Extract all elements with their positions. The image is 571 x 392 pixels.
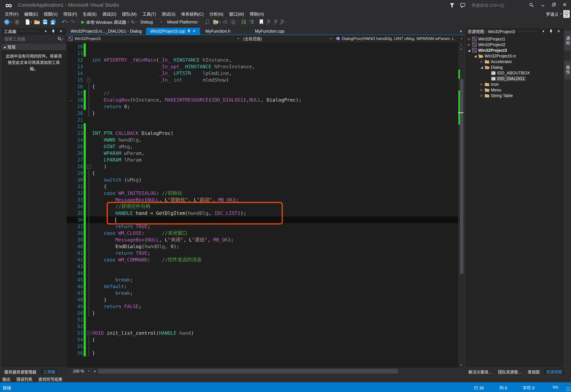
menu-item-w[interactable]: 窗口(W): [226, 10, 247, 18]
code-line-43[interactable]: 43: [66, 263, 458, 270]
tree-item-idd-dialog1[interactable]: IDD_DIALOG1: [465, 76, 564, 82]
code-line-41[interactable]: 41 return TRUE;: [66, 250, 458, 256]
dock-tab-team-explorer[interactable]: 团队资源管...: [495, 368, 524, 375]
resize-grip[interactable]: [566, 387, 570, 391]
minimize-button[interactable]: [538, 1, 548, 9]
code-line-33[interactable]: 33 MessageBox(NULL, L"初始化", L"启动", MB_OK…: [66, 196, 458, 203]
code-line-25[interactable]: 25 UINT uMsg,: [66, 143, 458, 150]
find-in-files-button[interactable]: ▾: [212, 18, 222, 26]
code-line-42[interactable]: 42 case WM_COMMAND: //控件发送的消息: [66, 256, 458, 263]
tab-win32project3-rc----dialog1---dialog[interactable]: Win32Project3.rc..._DIALOG1 - Dialog: [66, 28, 146, 35]
code-line-32[interactable]: 32 case WM_INITDIALOG: //初始化: [66, 190, 458, 196]
dock-tab-error-list[interactable]: 错误列表: [16, 375, 33, 382]
restore-button[interactable]: [549, 1, 559, 9]
code-line-51[interactable]: 51: [66, 316, 458, 323]
collapsed-arrow-icon[interactable]: ▷: [479, 88, 484, 92]
scroll-left-icon[interactable]: ◀: [93, 369, 96, 373]
menu-item-p[interactable]: 项目(P): [60, 10, 80, 18]
solution-platform-combo[interactable]: Mixed Platforms▾: [165, 19, 200, 25]
nav-forward-button[interactable]: [13, 18, 21, 26]
quick-launch-search[interactable]: 快速启动 (Ctrl+Q): [469, 1, 536, 9]
code-line-54[interactable]: 54{: [66, 336, 458, 343]
menu-item-f[interactable]: 文件(F): [2, 10, 21, 18]
menu-item-n[interactable]: 分析(N): [206, 10, 226, 18]
menu-item-b[interactable]: 生成(B): [80, 10, 100, 18]
tree-item-win32project2[interactable]: ▷Win32Project2: [465, 42, 564, 47]
fold-collapse-box[interactable]: −: [86, 330, 92, 336]
collapse-minus-icon[interactable]: −: [87, 78, 91, 82]
close-icon[interactable]: ✕: [58, 29, 64, 33]
code-line-49[interactable]: 49 return FALSE;: [66, 303, 458, 310]
zoom-level-select[interactable]: 100 % ▾: [71, 368, 91, 374]
code-line-13[interactable]: 13 _In_opt_ HINSTANCE hPrevInstance,: [66, 63, 458, 70]
vertical-scrollbar[interactable]: ↕ ▲ ▼: [458, 42, 464, 368]
tree-item-menu[interactable]: ▷Menu: [465, 87, 564, 93]
feedback-filter-icon[interactable]: [448, 2, 456, 9]
splitter-handle-icon[interactable]: ↕: [458, 42, 464, 47]
dock-tab-output[interactable]: 输出: [2, 375, 11, 382]
code-line-34[interactable]: 34 //获得控件句柄: [66, 203, 458, 210]
code-line-24[interactable]: 24 HWND hwndDlg,: [66, 137, 458, 143]
code-line-26[interactable]: 26 WPARAM wParam,: [66, 150, 458, 156]
close-window-button[interactable]: ✕: [560, 1, 569, 9]
dock-tab-solution-explorer[interactable]: 解决方案资...: [466, 368, 494, 375]
code-line-39[interactable]: 39 MessageBox(NULL, L"关闭", L"退出", MB_OK)…: [66, 237, 458, 243]
refresh-button[interactable]: ↻▾: [130, 18, 138, 26]
code-line-20[interactable]: 20}: [66, 110, 458, 117]
window-position-icon[interactable]: ▾: [541, 29, 546, 33]
fold-collapse-box[interactable]: −: [86, 163, 92, 170]
scroll-up-icon[interactable]: ▲: [458, 47, 464, 51]
menu-item-d[interactable]: 调试(D): [100, 10, 119, 18]
dock-tab-resource-view[interactable]: 资源视图: [543, 368, 565, 375]
dock-tab-server-explorer[interactable]: 服务器资源管理器: [2, 368, 39, 375]
menu-item-t[interactable]: 工具(T): [139, 10, 159, 18]
code-area[interactable]: 101112int APIENTRY _tWinMain(_In_ HINSTA…: [66, 42, 458, 368]
tab-list-chevron-icon[interactable]: ▾: [460, 29, 462, 33]
collapsed-arrow-icon[interactable]: ▷: [467, 43, 471, 46]
undo-button[interactable]: ↶▾: [60, 18, 69, 26]
collapse-minus-icon[interactable]: −: [87, 165, 91, 168]
code-line-23[interactable]: 23INT_PTR CALLBACK DialogProc(: [66, 130, 458, 137]
code-line-31[interactable]: 31 {: [66, 183, 458, 190]
menu-item-h[interactable]: 帮助(H): [247, 10, 267, 18]
expanded-arrow-icon[interactable]: ◢: [479, 66, 484, 69]
code-line-52[interactable]: 52: [66, 323, 458, 330]
open-folder-button[interactable]: [33, 18, 41, 26]
collapsed-arrow-icon[interactable]: ▷: [479, 60, 484, 63]
collapsed-arrow-icon[interactable]: ▷: [467, 37, 471, 41]
code-line-50[interactable]: 50}: [66, 310, 458, 316]
code-line-19[interactable]: 19 return 0;: [66, 103, 458, 110]
pin-icon[interactable]: [187, 29, 191, 33]
fold-collapse-box[interactable]: −: [86, 77, 92, 83]
dock-tab-toolbox[interactable]: 工具箱: [40, 368, 58, 375]
user-account-area[interactable]: 罗道义 ▾: [546, 10, 570, 18]
vertical-tab-properties[interactable]: 属性: [564, 61, 571, 79]
attach-process-icon[interactable]: [204, 18, 212, 26]
redo-button[interactable]: ↷▾: [69, 18, 77, 26]
code-line-17[interactable]: 17 //: [66, 90, 458, 97]
code-line-21[interactable]: 21: [66, 117, 458, 123]
resource-view-header[interactable]: 资源视图 - Win32Project3 ▾ ✕: [465, 28, 564, 35]
code-line-40[interactable]: 40 EndDialog(hwndDlg, 0);: [66, 243, 458, 250]
code-line-14[interactable]: 14 _In_ LPTSTR lpCmdLine,: [66, 70, 458, 77]
code-line-10[interactable]: 10: [66, 43, 458, 50]
bookmark-icon[interactable]: [258, 18, 265, 26]
menu-item-e[interactable]: 编辑(E): [21, 10, 41, 18]
code-line-38[interactable]: 38 case WM_CLOSE: //关闭窗口: [66, 230, 458, 237]
line-indicator-arrow[interactable]: →: [66, 97, 75, 103]
solution-config-combo[interactable]: Debug▾: [139, 19, 164, 25]
code-line-35[interactable]: 35 HANDLE hand = GetDlgItem(hwndDlg, IDC…: [66, 210, 458, 216]
code-line-53[interactable]: 53−VOID init_list_control(HANDLE hand): [66, 330, 458, 336]
expanded-arrow-icon[interactable]: ◢: [467, 49, 471, 52]
code-line-29[interactable]: 29{: [66, 170, 458, 177]
list-members-icon[interactable]: [240, 18, 247, 26]
menu-item-s[interactable]: 测试(S): [159, 10, 178, 18]
tree-item-idd-aboutbox[interactable]: IDD_ABOUTBOX: [465, 70, 564, 76]
tree-item-win32project1[interactable]: ▷Win32Project1: [465, 36, 564, 42]
search-icon[interactable]: [57, 37, 62, 41]
code-line-44[interactable]: 44: [66, 270, 458, 276]
feedback-smiley-icon[interactable]: [459, 2, 466, 9]
user-name[interactable]: 罗道义: [546, 11, 558, 17]
start-debug-button[interactable]: ▶ 本地 Windows 调试器 ▾: [80, 18, 130, 26]
code-line-47[interactable]: 47 break;: [66, 290, 458, 296]
